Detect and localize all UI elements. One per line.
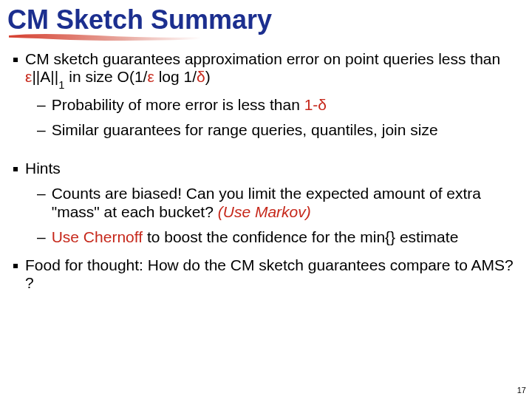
bullet-dot-icon xyxy=(13,58,18,62)
bullet-dot-icon xyxy=(13,264,18,268)
text-fragment: CM sketch guarantees approximation error… xyxy=(25,50,500,67)
bullet-food-for-thought: Food for thought: How do the CM sketch g… xyxy=(13,256,525,292)
text-fragment: to boost the confidence for the min{} es… xyxy=(143,228,458,245)
subbullet-similar-text: Similar guarantees for range queries, qu… xyxy=(52,121,438,139)
delta-symbol: δ xyxy=(197,68,205,85)
epsilon-symbol: ε xyxy=(25,68,32,85)
bullet-dot-icon xyxy=(13,167,18,171)
bullet-hints: Hints xyxy=(13,160,525,177)
dash-icon: – xyxy=(37,228,46,246)
subbullet-biased: – Counts are biased! Can you limit the e… xyxy=(37,185,525,220)
text-fragment: ||A|| xyxy=(32,68,58,85)
subbullet-probability-text: Probability of more error is less than 1… xyxy=(52,96,327,114)
subbullet-chernoff: – Use Chernoff to boost the confidence f… xyxy=(37,228,525,246)
chernoff-hint: Use Chernoff xyxy=(52,228,143,245)
bullet-guarantee-text: CM sketch guarantees approximation error… xyxy=(25,50,525,89)
page-number: 17 xyxy=(517,386,526,395)
title-block: CM Sketch Summary xyxy=(7,6,525,43)
text-fragment: ) xyxy=(205,68,211,85)
bullet-hints-text: Hints xyxy=(25,160,61,177)
text-fragment: log 1/ xyxy=(154,68,197,85)
subbullet-biased-text: Counts are biased! Can you limit the exp… xyxy=(52,185,525,220)
dash-icon: – xyxy=(37,121,46,139)
bullet-guarantee: CM sketch guarantees approximation error… xyxy=(13,50,525,89)
dash-icon: – xyxy=(37,96,46,114)
dash-icon: – xyxy=(37,185,46,220)
subbullet-probability: – Probability of more error is less than… xyxy=(37,96,525,114)
subbullet-similar-guarantees: – Similar guarantees for range queries, … xyxy=(37,121,525,139)
epsilon-symbol: ε xyxy=(147,68,154,85)
subbullet-chernoff-text: Use Chernoff to boost the confidence for… xyxy=(52,228,459,246)
text-fragment: in size O(1/ xyxy=(64,68,147,85)
bullet-food-text: Food for thought: How do the CM sketch g… xyxy=(25,256,525,292)
subscript-one: 1 xyxy=(58,79,64,91)
title-underline-icon xyxy=(9,33,201,43)
markov-hint: (Use Markov) xyxy=(218,203,311,220)
text-fragment: Probability of more error is less than xyxy=(52,96,304,113)
content-area: CM sketch guarantees approximation error… xyxy=(7,50,525,292)
page-title: CM Sketch Summary xyxy=(7,6,525,34)
slide: CM Sketch Summary CM sketch guarantees a… xyxy=(0,0,532,399)
spacer xyxy=(7,139,525,152)
one-minus-delta: 1-δ xyxy=(304,96,327,113)
